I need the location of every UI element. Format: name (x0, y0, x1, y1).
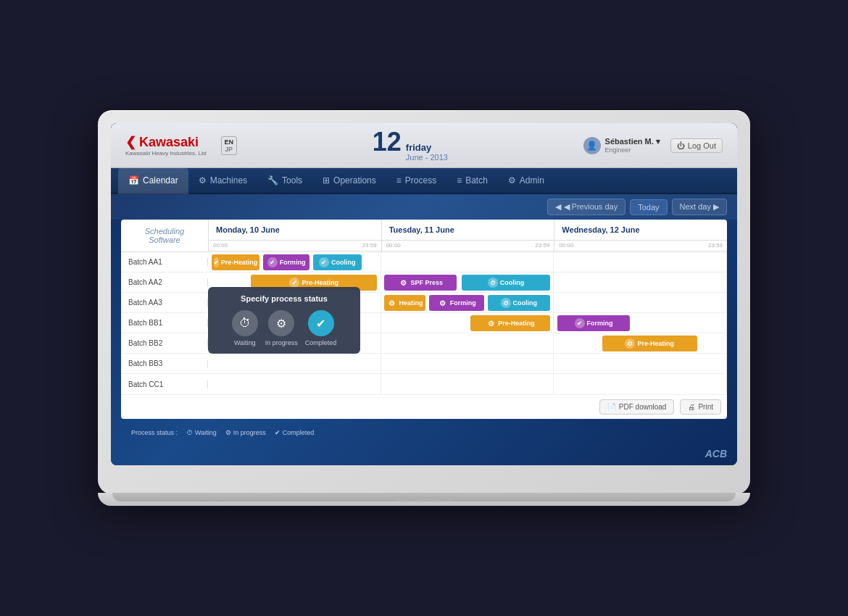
popup-title: Specify process status (218, 294, 350, 303)
popup-options: ⏱ Waiting ⚙ In progress ✔ Completed (218, 310, 350, 346)
proc-forming[interactable]: ⚙ Forming (429, 295, 484, 311)
proc-pre-heating[interactable]: ⏱ Pre-Heating (602, 336, 697, 351)
batch-aa2-day2 (554, 272, 727, 292)
process-status-popup: Specify process status ⏱ Waiting ⚙ In pr… (208, 287, 360, 354)
legend-in-progress: ⚙ In progress (225, 429, 266, 436)
calendar-rows: Specify process status ⏱ Waiting ⚙ In pr… (121, 252, 727, 394)
day-columns-header: Monday, 10 June 00:00 23:59 Tuesday, 11 … (208, 220, 727, 251)
clock-icon: ⏱ (625, 338, 635, 349)
today-button[interactable]: Today (630, 199, 667, 215)
batch-cc1-cells (208, 374, 727, 394)
batch-cc1-day2 (554, 374, 727, 394)
nav-bar: 📅 Calendar ⚙ Machines 🔧 Tools ⊞ Operatio… (111, 168, 737, 194)
nav-item-machines[interactable]: ⚙ Machines (188, 168, 257, 194)
print-button[interactable]: 🖨 Print (680, 399, 721, 415)
next-day-button[interactable]: Next day ▶ (672, 199, 727, 215)
logo-subtitle: Kawasaki Heavy Industries, Ltd (125, 150, 207, 157)
pdf-label: PDF download (619, 403, 667, 411)
logo-name: Kawasaki (139, 135, 199, 150)
acb-brand: ACB (111, 445, 737, 465)
day-header-monday: Monday, 10 June (209, 220, 381, 241)
calendar-footer: Process status : ⏱ Waiting ⚙ In progress… (121, 425, 727, 441)
logout-label: Log Out (688, 141, 716, 150)
nav-item-tools[interactable]: 🔧 Tools (257, 168, 312, 194)
nav-label-operations: Operations (333, 175, 376, 186)
nav-label-tools: Tools (282, 175, 302, 186)
nav-label-admin: Admin (520, 175, 544, 186)
user-role: Engineer (605, 146, 660, 154)
gear-icon: ⚙ (387, 298, 396, 308)
user-name: Sébastien M. ▾ (605, 137, 660, 146)
laptop-base (98, 493, 750, 506)
table-row: Batch BB3 (121, 354, 727, 374)
batch-bb2-day2: ⏱ Pre-Heating (554, 333, 727, 353)
nav-item-admin[interactable]: ⚙ Admin (498, 168, 554, 194)
logo-arrow-icon: ❮ (125, 134, 136, 150)
waiting-icon: ⏱ (232, 310, 258, 336)
batch-aa1-day0: ✔ Pre-Heating ✔ Forming ✔ Cooling (208, 252, 381, 272)
day-col-monday: Monday, 10 June 00:00 23:59 (208, 220, 381, 251)
proc-cooling[interactable]: ⏱ Cooling (462, 275, 549, 291)
cal-header: Scheduling Software Monday, 10 June 00:0… (121, 220, 727, 252)
batch-icon: ≡ (457, 175, 462, 186)
proc-spf-press[interactable]: ⚙ SPF Press (384, 275, 457, 291)
language-switcher[interactable]: EN JP (221, 136, 238, 155)
date-day-number: 12 (373, 129, 402, 155)
batch-cc1-label: Batch CC1 (121, 380, 208, 388)
batch-bb3-cells (208, 354, 727, 373)
date-weekday: friday (406, 142, 448, 153)
process-icon: ≡ (396, 175, 402, 186)
proc-forming[interactable]: ✔ Forming (557, 315, 630, 331)
lang-active: EN (225, 138, 234, 146)
proc-cooling[interactable]: ✔ Cooling (313, 254, 362, 270)
prev-label: ◀ Previous day (564, 202, 618, 212)
waiting-legend-label: Waiting (195, 429, 217, 436)
legend-completed: ✔ Completed (275, 429, 315, 436)
prev-day-button[interactable]: ◀ ◀ Previous day (547, 199, 626, 215)
today-label: Today (638, 203, 659, 212)
proc-forming[interactable]: ✔ Forming (263, 254, 309, 270)
calendar-icon: 📅 (128, 175, 139, 186)
prev-icon: ◀ (555, 202, 561, 212)
nav-label-process: Process (405, 175, 436, 186)
check-icon: ✔ (289, 278, 299, 288)
print-label: Print (698, 403, 713, 411)
batch-aa1-day2 (554, 252, 727, 272)
pdf-download-button[interactable]: 📄 PDF download (599, 399, 675, 415)
power-icon: ⏻ (677, 141, 685, 150)
nav-label-batch: Batch (465, 175, 488, 186)
batch-bb2-label: Batch BB2 (121, 339, 208, 347)
screen-bezel: ❮ Kawasaki Kawasaki Heavy Industries, Lt… (98, 110, 750, 494)
screen: ❮ Kawasaki Kawasaki Heavy Industries, Lt… (111, 123, 737, 465)
gear-icon: ⚙ (438, 298, 448, 308)
status-option-completed[interactable]: ✔ Completed (305, 310, 337, 346)
proc-pre-heating[interactable]: ⚙ Pre-Heating (470, 315, 549, 331)
nav-item-operations[interactable]: ⊞ Operations (312, 168, 386, 194)
pdf-icon: 📄 (607, 403, 616, 411)
proc-cooling[interactable]: ⏱ Cooling (488, 295, 550, 311)
day-col-tuesday: Tuesday, 11 June 00:00 23:59 (381, 220, 554, 251)
batch-aa1-cells: ✔ Pre-Heating ✔ Forming ✔ Cooling (208, 252, 727, 272)
logo: ❮ Kawasaki (125, 134, 207, 150)
logo-area: ❮ Kawasaki Kawasaki Heavy Industries, Lt… (125, 134, 207, 157)
proc-pre-heating[interactable]: ✔ Pre-Heating (212, 254, 260, 270)
proc-heating[interactable]: ⚙ Heating (384, 295, 425, 311)
batch-aa1-label: Batch AA1 (121, 258, 208, 266)
date-month-year: June - 2013 (406, 153, 448, 162)
clock-icon: ⏱ (501, 298, 511, 308)
status-option-waiting[interactable]: ⏱ Waiting (232, 310, 258, 346)
logout-button[interactable]: ⏻ Log Out (670, 138, 723, 153)
admin-icon: ⚙ (508, 175, 516, 186)
batch-cc1-day1 (381, 374, 554, 394)
status-option-in-progress[interactable]: ⚙ In progress (265, 310, 298, 346)
nav-item-process[interactable]: ≡ Process (386, 168, 446, 194)
batch-aa3-label: Batch AA3 (121, 299, 208, 307)
tools-icon: 🔧 (267, 175, 278, 186)
avatar: 👤 (583, 137, 601, 154)
check-icon: ✔ (319, 257, 329, 267)
batch-bb3-day0 (208, 354, 381, 373)
batch-bb1-day2: ✔ Forming (554, 313, 727, 333)
nav-item-batch[interactable]: ≡ Batch (446, 168, 498, 194)
check-icon: ✔ (575, 318, 585, 328)
nav-item-calendar[interactable]: 📅 Calendar (118, 168, 188, 194)
